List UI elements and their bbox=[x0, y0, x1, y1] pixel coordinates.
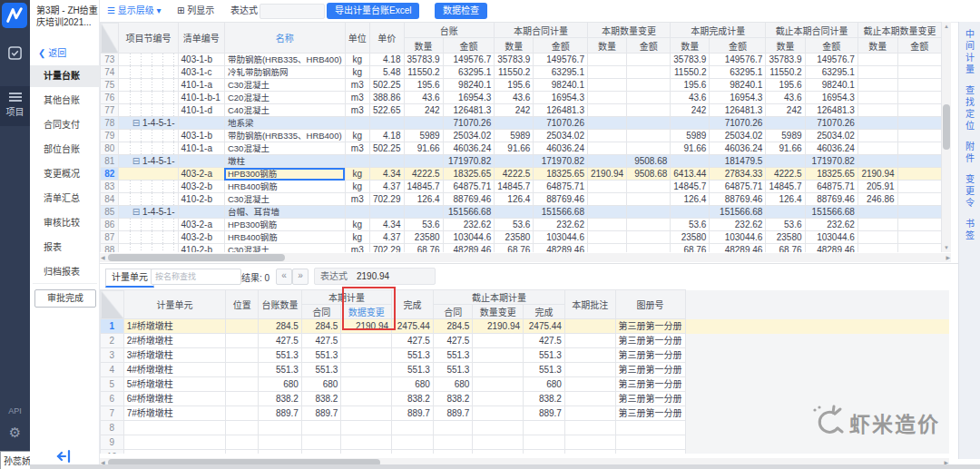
value-cell[interactable]: 2475.44 bbox=[392, 319, 434, 334]
value-cell[interactable] bbox=[341, 377, 392, 392]
value-cell[interactable] bbox=[858, 219, 897, 231]
position-cell[interactable] bbox=[226, 377, 259, 392]
unit-cell[interactable]: kg bbox=[345, 181, 369, 193]
row-number[interactable]: 5 bbox=[101, 377, 124, 392]
value-cell[interactable] bbox=[433, 435, 473, 450]
value-cell[interactable]: 680 bbox=[301, 377, 341, 392]
value-cell[interactable] bbox=[473, 334, 524, 348]
sidebar-item-1[interactable]: 其他台账 bbox=[30, 90, 100, 112]
group-header-current[interactable]: 本期计量 bbox=[301, 290, 391, 305]
value-cell[interactable]: 71070.26 bbox=[805, 117, 858, 130]
collapse-icon[interactable]: ⊟ bbox=[132, 156, 142, 166]
price-cell[interactable] bbox=[369, 206, 404, 219]
value-cell[interactable]: 551.3 bbox=[433, 363, 473, 377]
unit-name-cell[interactable]: 6#桥墩墩柱 bbox=[123, 392, 226, 406]
unit-col-header-2[interactable]: 台账数量 bbox=[258, 290, 301, 319]
value-cell[interactable] bbox=[858, 155, 897, 168]
sidebar-item-8[interactable]: 归档报表 bbox=[30, 261, 100, 283]
back-link[interactable]: ❮ 返回 bbox=[38, 45, 66, 59]
unit-tail-header-0[interactable]: 本期批注 bbox=[564, 290, 615, 319]
value-cell[interactable] bbox=[766, 206, 805, 219]
atlas-cell[interactable]: 第三册第一分册 bbox=[615, 392, 685, 406]
value-cell[interactable]: 427.5 bbox=[258, 334, 301, 348]
value-cell[interactable]: 151566.68 bbox=[534, 206, 588, 219]
project-node-code[interactable]: ⊟ 1-4-5-1- bbox=[119, 117, 178, 130]
value-cell[interactable]: 68.76 bbox=[495, 244, 534, 253]
value-cell[interactable]: 71070.26 bbox=[534, 117, 588, 130]
side-tool-0[interactable]: 中间计量 bbox=[964, 29, 976, 76]
value-cell[interactable]: 35783.9 bbox=[766, 54, 805, 66]
name-cell[interactable]: C30混凝土 bbox=[224, 79, 345, 92]
value-cell[interactable]: 103044.6 bbox=[805, 231, 858, 244]
list-number-cell[interactable]: 403-1-b bbox=[178, 130, 224, 142]
value-cell[interactable]: 2190.94 bbox=[341, 319, 392, 334]
row-number[interactable]: 10 bbox=[101, 450, 124, 454]
value-cell[interactable]: 171970.82 bbox=[443, 155, 495, 168]
price-cell[interactable]: 4.34 bbox=[369, 219, 404, 231]
value-cell[interactable] bbox=[392, 421, 434, 435]
value-cell[interactable]: 53.6 bbox=[766, 219, 805, 231]
value-cell[interactable]: 427.5 bbox=[524, 334, 565, 348]
value-cell[interactable]: 63295.1 bbox=[805, 66, 858, 79]
name-cell[interactable]: C30混凝土 bbox=[224, 142, 345, 155]
sub-header-1-1[interactable]: 金额 bbox=[534, 38, 588, 54]
sub-header-2-1[interactable]: 金额 bbox=[627, 38, 671, 54]
name-cell[interactable]: 带肋钢筋(HRB335、HRB400) bbox=[224, 54, 345, 66]
expression-input[interactable] bbox=[260, 4, 325, 19]
value-cell[interactable]: 126481.3 bbox=[710, 104, 766, 117]
note-cell[interactable] bbox=[564, 406, 615, 421]
value-cell[interactable]: 551.3 bbox=[392, 348, 434, 363]
value-cell[interactable]: 43.6 bbox=[766, 92, 805, 104]
value-cell[interactable]: 23580 bbox=[766, 231, 805, 244]
value-cell[interactable]: 2190.94 bbox=[473, 319, 524, 334]
group-header-1[interactable]: 本期合同计量 bbox=[495, 23, 588, 38]
unit-name-cell[interactable]: 1#桥墩墩柱 bbox=[123, 319, 226, 334]
search-input[interactable] bbox=[151, 269, 241, 285]
value-cell[interactable] bbox=[627, 79, 671, 92]
price-cell[interactable]: 522.65 bbox=[369, 104, 404, 117]
position-cell[interactable] bbox=[226, 348, 259, 363]
project-node-code[interactable] bbox=[119, 92, 178, 104]
unit-name-cell[interactable]: 2#桥墩墩柱 bbox=[123, 334, 226, 348]
value-cell[interactable]: 242 bbox=[495, 104, 534, 117]
list-number-cell[interactable]: 410-1-a bbox=[178, 142, 224, 155]
project-node-code[interactable] bbox=[119, 244, 178, 253]
prev-result-button[interactable]: « bbox=[276, 269, 292, 285]
value-cell[interactable]: 232.62 bbox=[534, 219, 588, 231]
row-number[interactable]: 9 bbox=[101, 435, 124, 450]
position-cell[interactable] bbox=[226, 363, 259, 377]
group-header-0[interactable]: 台账 bbox=[404, 23, 495, 38]
value-cell[interactable]: 551.3 bbox=[524, 363, 565, 377]
value-cell[interactable] bbox=[587, 193, 626, 206]
name-cell[interactable]: 地系梁 bbox=[224, 117, 345, 130]
value-cell[interactable]: 551.3 bbox=[433, 348, 473, 363]
value-cell[interactable] bbox=[897, 92, 941, 104]
name-cell[interactable]: 带肋钢筋(HRB335、HRB400) bbox=[224, 130, 345, 142]
value-cell[interactable]: 53.6 bbox=[495, 219, 534, 231]
unit-name-cell[interactable]: 7#桥墩墩柱 bbox=[123, 406, 226, 421]
value-cell[interactable]: 5989 bbox=[404, 130, 443, 142]
value-cell[interactable]: 103044.6 bbox=[443, 231, 495, 244]
value-cell[interactable] bbox=[258, 435, 301, 450]
value-cell[interactable] bbox=[897, 231, 941, 244]
unit-col-header-0[interactable]: 计量单元 bbox=[123, 290, 226, 319]
value-cell[interactable]: 2475.44 bbox=[524, 319, 565, 334]
row-number[interactable]: 79 bbox=[101, 130, 119, 142]
value-cell[interactable] bbox=[341, 392, 392, 406]
value-cell[interactable]: 14845.7 bbox=[766, 181, 805, 193]
list-number-cell[interactable]: 403-2-a bbox=[178, 219, 224, 231]
value-cell[interactable]: 43.6 bbox=[495, 92, 534, 104]
unit-name-cell[interactable] bbox=[123, 421, 226, 435]
value-cell[interactable] bbox=[858, 206, 897, 219]
value-cell[interactable]: 71070.26 bbox=[710, 117, 766, 130]
value-cell[interactable]: 43.6 bbox=[404, 92, 443, 104]
value-cell[interactable] bbox=[495, 155, 534, 168]
value-cell[interactable]: 427.5 bbox=[301, 334, 341, 348]
value-cell[interactable]: 242 bbox=[671, 104, 710, 117]
value-cell[interactable]: 171970.82 bbox=[534, 155, 588, 168]
value-cell[interactable]: 149576.7 bbox=[805, 54, 858, 66]
value-cell[interactable] bbox=[587, 117, 626, 130]
value-cell[interactable]: 680 bbox=[258, 377, 301, 392]
value-cell[interactable]: 25034.02 bbox=[710, 130, 766, 142]
value-cell[interactable] bbox=[587, 206, 626, 219]
